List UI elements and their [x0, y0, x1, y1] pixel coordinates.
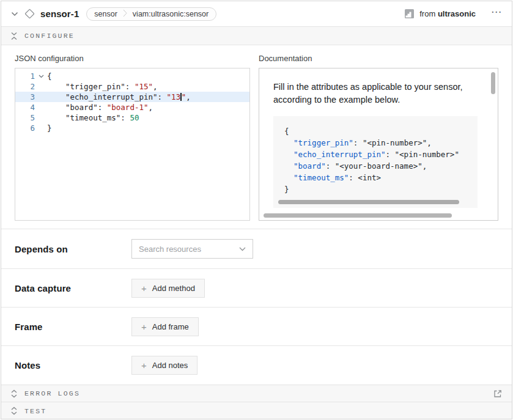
editor-active-line[interactable]: 3 "echo_interrupt_pin": "13",: [15, 92, 249, 102]
doc-code-line: "echo_interrupt_pin": "<pin-number>": [284, 149, 478, 160]
frame-label: Frame: [15, 322, 131, 332]
test-bar[interactable]: TEST: [1, 402, 512, 419]
module-icon: [405, 9, 414, 18]
code-horizontal-scrollbar[interactable]: [278, 200, 459, 204]
line-number: 2: [15, 81, 35, 92]
module-source[interactable]: from ultrasonic: [405, 9, 476, 18]
add-notes-button[interactable]: + Add notes: [131, 356, 197, 375]
module-name: ultrasonic: [438, 9, 476, 18]
doc-code-line: }: [284, 183, 478, 195]
collapse-chevron-icon[interactable]: [11, 12, 18, 17]
configure-label: CONFIGURE: [24, 32, 75, 40]
depends-on-label: Depends on: [15, 244, 131, 254]
add-frame-button[interactable]: + Add frame: [131, 317, 199, 336]
pill-separator-icon: [123, 9, 127, 19]
component-header: sensor-1 sensor viam:ultrasonic:sensor f…: [1, 1, 512, 27]
notes-row: Notes + Add notes: [1, 345, 512, 385]
depends-on-row: Depends on Search resources: [1, 229, 512, 268]
error-logs-bar[interactable]: ERROR LOGS: [1, 385, 512, 402]
data-capture-label: Data capture: [15, 283, 131, 293]
overflow-menu-button[interactable]: ⋯: [490, 7, 503, 21]
plus-icon: +: [141, 322, 147, 331]
component-type-pill: sensor viam:ultrasonic:sensor: [86, 7, 216, 21]
code-text: "timeout_ms": 50: [47, 112, 139, 123]
test-label: TEST: [24, 407, 46, 415]
line-number: 3: [15, 92, 35, 102]
doc-code-line: "board": "<your-board-name>",: [284, 160, 478, 172]
doc-code-block: { "trigger_pin": "<pin-number>", "echo_i…: [273, 116, 478, 208]
editor-line[interactable]: 4 "board": "board-1",: [15, 102, 249, 112]
doc-code-line: "timeout_ms": <int>: [284, 172, 478, 183]
editor-line[interactable]: 6 }: [15, 123, 249, 133]
json-editor[interactable]: 1 { 2 "trigger_pin": "15", 3 "echo_inter…: [15, 68, 250, 221]
fold-icon[interactable]: [11, 32, 17, 40]
notes-label: Notes: [15, 360, 131, 370]
editor-line[interactable]: 5 "timeout_ms": 50: [15, 112, 249, 123]
documentation-panel: Fill in the attributes as applicable to …: [259, 68, 498, 221]
component-card: sensor-1 sensor viam:ultrasonic:sensor f…: [1, 1, 512, 419]
editor-line[interactable]: 1 {: [15, 71, 249, 81]
plus-icon: +: [141, 361, 147, 370]
model-label: viam:ultrasonic:sensor: [133, 10, 209, 18]
line-number: 4: [15, 102, 35, 112]
code-text: "board": "board-1",: [47, 102, 153, 112]
code-text: {: [47, 71, 52, 81]
line-number: 1: [15, 71, 35, 81]
line-number: 5: [15, 112, 35, 123]
frame-row: Frame + Add frame: [1, 307, 512, 345]
code-text: "echo_interrupt_pin": "13",: [47, 92, 191, 102]
external-link-icon: [493, 389, 502, 398]
doc-horizontal-scrollbar[interactable]: [264, 213, 452, 218]
documentation-label: Documentation: [259, 54, 498, 63]
configure-section-bar[interactable]: CONFIGURE: [1, 27, 512, 45]
select-placeholder: Search resources: [139, 245, 201, 254]
editor-line[interactable]: 2 "trigger_pin": "15",: [15, 81, 249, 92]
configure-panel: JSON configuration 1 { 2 "trigger_pin": …: [1, 45, 512, 229]
doc-code-line: {: [284, 125, 478, 137]
module-source-label: from ultrasonic: [419, 9, 476, 18]
data-capture-row: Data capture + Add method: [1, 268, 512, 307]
plus-icon: +: [141, 284, 147, 293]
component-title: sensor-1: [40, 9, 79, 19]
json-config-label: JSON configuration: [15, 54, 250, 63]
type-label: sensor: [94, 10, 117, 18]
doc-code-line: "trigger_pin": "<pin-number>",: [284, 137, 478, 149]
fold-chevron-icon[interactable]: [35, 71, 47, 81]
add-method-button[interactable]: + Add method: [131, 279, 205, 298]
doc-vertical-scrollbar[interactable]: [491, 72, 495, 94]
code-text: "trigger_pin": "15",: [47, 81, 158, 92]
line-number: 6: [15, 123, 35, 133]
open-logs-button[interactable]: [493, 389, 502, 398]
unfold-icon[interactable]: [11, 407, 17, 415]
error-logs-label: ERROR LOGS: [24, 389, 80, 397]
code-text: }: [47, 123, 52, 133]
unfold-icon[interactable]: [11, 389, 17, 398]
documentation-intro: Fill in the attributes as applicable to …: [273, 81, 476, 106]
sensor-diamond-icon: [24, 9, 35, 19]
resource-select[interactable]: Search resources: [131, 239, 253, 259]
chevron-down-icon: [239, 247, 246, 251]
